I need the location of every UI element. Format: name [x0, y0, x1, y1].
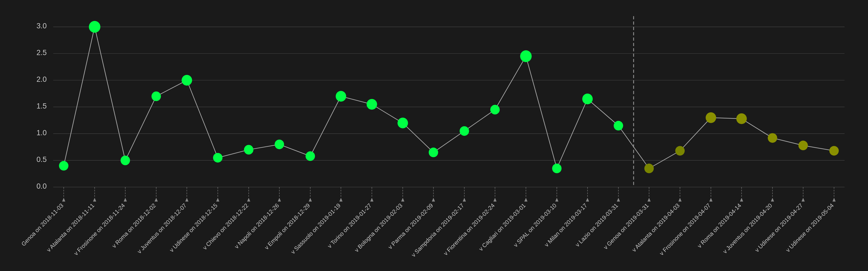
data-point-5: [213, 153, 223, 162]
data-point-4: [182, 75, 192, 86]
data-point-23: [768, 133, 777, 143]
data-point-7: [275, 140, 284, 149]
performance-chart: 3.0 2.5 2.0 1.5 1.0 0.5 0.0: [22, 5, 857, 271]
data-point-22: [736, 113, 747, 124]
y-label-2: 2.0: [36, 75, 46, 83]
y-label-25: 2.5: [36, 48, 46, 57]
data-point-14: [490, 105, 500, 114]
data-point-3: [151, 91, 161, 101]
data-point-24: [798, 141, 808, 150]
data-point-1: [89, 21, 100, 33]
data-point-8: [306, 151, 315, 161]
data-point-10: [367, 99, 377, 110]
data-point-6: [244, 145, 253, 154]
data-point-19: [645, 164, 654, 173]
data-point-20: [675, 146, 685, 155]
data-point-0: [59, 161, 69, 170]
data-point-15: [520, 50, 531, 62]
y-label-3: 3.0: [36, 22, 46, 30]
data-point-9: [336, 91, 346, 102]
data-point-13: [460, 126, 469, 136]
y-label-0: 0.0: [36, 182, 46, 190]
y-label-05: 0.5: [36, 155, 46, 164]
y-label-1: 1.0: [36, 128, 46, 137]
data-point-2: [121, 156, 130, 165]
chart-container: 3.0 2.5 2.0 1.5 1.0 0.5 0.0: [0, 0, 868, 271]
data-point-17: [582, 93, 592, 104]
data-point-25: [829, 146, 839, 155]
data-point-21: [706, 112, 716, 123]
data-point-12: [429, 147, 438, 157]
data-point-18: [614, 121, 623, 130]
data-point-16: [552, 164, 562, 173]
data-point-11: [398, 118, 408, 128]
y-label-15: 1.5: [36, 102, 46, 110]
